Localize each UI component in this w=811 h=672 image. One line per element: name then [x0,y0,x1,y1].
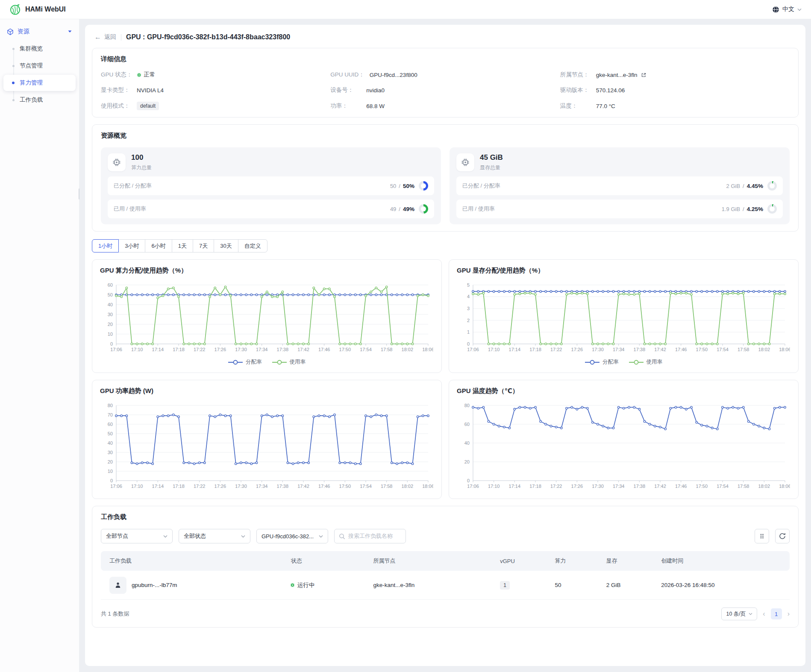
svg-text:17:14: 17:14 [509,484,521,489]
line-chart: 02040608017:0617:1017:1417:1817:2217:261… [457,402,790,492]
overview-card: 资源概览 100算力总量已分配 / 分配率50/50%已用 / 使用率49/49… [92,124,799,232]
svg-text:17:14: 17:14 [152,484,164,489]
refresh-button[interactable] [775,529,790,543]
workload-name[interactable]: gpuburn-...-lb77m [132,582,177,588]
svg-text:17:54: 17:54 [360,484,372,489]
node-filter-select[interactable]: 全部节点 [101,529,173,543]
time-tab-5[interactable]: 30天 [214,239,238,252]
svg-text:17:50: 17:50 [339,484,351,489]
svg-text:17:14: 17:14 [152,347,164,352]
chart-card-3: GPU 温度趋势（℃）02040608017:0617:1017:1417:18… [449,380,799,499]
donut-progress [419,204,428,214]
svg-text:17:54: 17:54 [717,484,729,489]
tree-dot-icon [12,99,15,101]
stat-metric-row: 已用 / 使用率1.9 GiB/4.25% [456,200,783,218]
legend-item[interactable]: 分配率 [585,358,619,366]
page-size-select[interactable]: 10 条/页 [721,607,757,620]
metric-percent: 4.25% [747,206,763,212]
brand: HAMi WebUI [9,4,66,15]
sidebar-item-label: 算力管理 [20,79,43,87]
column-settings-button[interactable] [755,529,769,543]
legend-marker-icon [585,360,599,365]
svg-text:30: 30 [108,450,113,455]
svg-text:17:58: 17:58 [381,484,393,489]
svg-text:17:10: 17:10 [488,347,500,352]
table-column-header-2: 所属节点 [367,557,494,565]
back-arrow-icon: ← [94,34,101,41]
back-button[interactable]: ← 返回 [94,33,116,41]
external-link-icon[interactable] [641,72,646,78]
detail-field-value: nvidia0 [366,87,385,94]
time-tab-4[interactable]: 7天 [193,239,214,252]
svg-text:17:18: 17:18 [529,347,541,352]
page-title: GPU : GPU-f9cd036c-382f-b13d-443f-8baac3… [126,33,290,41]
status-filter-select[interactable]: 全部状态 [179,529,250,543]
time-tab-6[interactable]: 自定义 [238,239,267,252]
svg-text:17:06: 17:06 [467,347,479,352]
svg-text:18:02: 18:02 [758,484,770,489]
prev-page-button[interactable]: ‹ [763,610,765,617]
svg-text:18:02: 18:02 [402,484,414,489]
svg-text:17:30: 17:30 [235,484,247,489]
svg-text:50: 50 [108,431,113,436]
table-column-header-3: vGPU [493,558,548,564]
time-tab-2[interactable]: 6小时 [145,239,172,252]
svg-text:5: 5 [467,282,470,288]
tree-dot-icon [12,65,15,67]
time-tab-3[interactable]: 1天 [172,239,193,252]
workload-status-label: 运行中 [297,581,315,589]
svg-text:17:22: 17:22 [194,484,206,489]
next-page-button[interactable]: › [787,610,790,617]
workloads-card-title: 工作负载 [101,513,790,521]
metric-amount: 2 GiB [726,183,740,189]
sidebar-item-2[interactable]: 算力管理 [3,75,76,91]
sidebar-section-resources[interactable]: 资源 [0,23,79,40]
legend-item[interactable]: 分配率 [228,358,262,366]
svg-text:17:50: 17:50 [696,484,708,489]
svg-text:0: 0 [467,478,470,483]
svg-text:0: 0 [467,341,470,346]
detail-field-0: GPU 状态：正常 [101,71,330,79]
workloads-filters: 全部节点 全部状态 GPU-f9cd036c-382... 搜索工作负 [101,529,790,543]
svg-text:17:38: 17:38 [634,347,646,352]
detail-field-label: 温度： [560,102,591,110]
gpu-filter-select[interactable]: GPU-f9cd036c-382... [256,529,328,543]
line-chart: 0102030405060708017:0617:1017:1417:1817:… [100,402,433,492]
chart-title: GPU 功率趋势 (W) [100,387,434,395]
svg-text:17:42: 17:42 [654,484,666,489]
svg-text:17:10: 17:10 [131,484,143,489]
table-column-header-6: 创建时间 [654,557,788,565]
legend-item[interactable]: 使用率 [629,358,663,366]
workload-search-input[interactable]: 搜索工作负载名称 [334,529,406,543]
detail-field-label: 设备号： [330,86,361,94]
stat-card-header: 45 GiB显存总量 [456,153,783,171]
stat-metric-value: 49/49% [390,204,428,214]
stat-metric-label: 已分配 / 分配率 [462,182,500,190]
stat-card-header: 100算力总量 [108,153,434,171]
detail-card: 详细信息 GPU 状态：正常GPU UUID：GPU-f9cd...23f800… [92,48,799,117]
gpu-filter-value: GPU-f9cd036c-382... [262,533,314,540]
page-number[interactable]: 1 [771,608,782,619]
detail-card-title: 详细信息 [101,55,790,63]
table-row[interactable]: gpuburn-...-lb77m运行中gke-kant...e-3fln150… [101,571,790,600]
detail-field-label: 功率： [330,102,361,110]
sidebar-item-label: 工作负载 [20,96,43,104]
pagination: 10 条/页 ‹ 1 › [721,607,790,620]
back-label: 返回 [104,33,116,41]
metric-slash: / [399,183,400,189]
svg-text:18:02: 18:02 [758,347,770,352]
sidebar-section-label: 资源 [18,28,29,35]
language-switcher[interactable]: 中文 [772,6,802,13]
hami-logo-icon [9,4,21,15]
time-tab-1[interactable]: 3小时 [118,239,145,252]
legend-item[interactable]: 使用率 [272,358,306,366]
sidebar-item-3[interactable]: 工作负载 [3,92,76,108]
charts-grid: GPU 算力分配/使用趋势（%）010203040506017:0617:101… [92,259,799,499]
stat-metric-row: 已分配 / 分配率2 GiB/4.45% [456,176,783,195]
table-column-header-5: 显存 [599,557,654,565]
time-tab-0[interactable]: 1小时 [92,239,119,252]
sidebar-item-1[interactable]: 节点管理 [3,58,76,74]
sidebar-item-0[interactable]: 集群概览 [3,41,76,57]
table-column-header-1: 状态 [284,557,366,565]
sidebar: 资源 集群概览节点管理算力管理工作负载 [0,19,79,672]
